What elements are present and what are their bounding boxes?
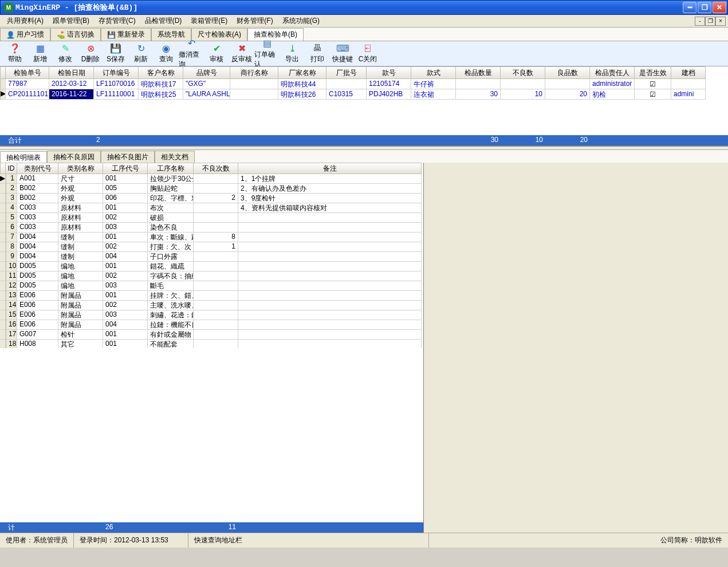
cell[interactable]: 002 [103,271,148,281]
cell[interactable]: LF11110001 [94,89,139,100]
cell[interactable]: 001 [103,262,148,271]
cell[interactable]: 2012-03-12 [49,79,94,89]
cell[interactable]: 字碼不良：抽織 [148,271,194,281]
cell[interactable]: ☑ [635,89,671,100]
cell[interactable]: A001 [17,174,58,184]
cell[interactable] [0,184,6,194]
cell[interactable]: D005 [17,281,58,291]
cell[interactable]: 003 [103,310,148,320]
cell[interactable] [326,79,367,89]
cell[interactable] [456,79,501,89]
master-grid[interactable]: 检验单号检验日期订单编号客户名称品牌号商行名称厂家名称厂批号款号款式检品数量不良… [0,66,728,147]
table-row[interactable]: ▶CP201111012016-11-22LF11110001明歆科技25"LA… [0,89,728,100]
column-header[interactable]: 检验单号 [6,66,49,79]
cell[interactable]: C003 [17,203,58,213]
cell[interactable]: 斷毛 [148,281,194,291]
cell[interactable]: 30 [456,89,501,100]
column-header[interactable]: 工序代号 [103,163,148,174]
table-row[interactable]: 11D005编地002字碼不良：抽織 [0,271,423,281]
cell[interactable] [238,281,422,291]
cell[interactable]: 刺繡、花邊：錯 [148,310,194,320]
cell[interactable]: 10 [6,262,17,271]
cell[interactable] [0,252,6,262]
cell[interactable]: E006 [17,310,58,320]
cell[interactable] [238,242,422,252]
cell[interactable]: 缝制 [58,242,103,252]
cell[interactable] [230,79,278,89]
cell[interactable]: C10315 [326,89,367,100]
table-row[interactable]: 10D005编地001錯花、織疏 [0,262,423,271]
cell[interactable]: 2016-11-22 [49,89,94,100]
column-header[interactable]: 品牌号 [183,66,230,79]
cell[interactable]: 001 [103,330,148,340]
toolbar-button-撤消查询[interactable]: ↶撤消查询 [179,42,204,66]
table-row[interactable]: 4C003原材料001布次4、资料无提供箱唛内容核对 [0,203,423,213]
menu-item[interactable]: 跟单管理(B) [48,15,94,27]
menu-item[interactable]: 装箱管理(E) [186,15,232,27]
cell[interactable] [238,330,422,340]
table-row[interactable]: 6C003原材料003染色不良 [0,223,423,233]
cell[interactable]: 4、资料无提供箱唛内容核对 [238,203,422,213]
toolbar-button-订单确认[interactable]: ▤订单确认 [254,42,280,66]
cell[interactable]: 缝制 [58,233,103,242]
cell[interactable] [194,281,238,291]
detail-tab[interactable]: 相关文档 [155,151,195,163]
cell[interactable]: H008 [17,340,58,348]
toolbar-button-D删除[interactable]: ⊗D删除 [78,42,103,66]
top-tab[interactable]: 尺寸检验表(A) [191,28,247,41]
cell[interactable]: 13 [6,291,17,301]
table-row[interactable]: 15E006附属品003刺繡、花邊：錯 [0,310,423,320]
cell[interactable]: administrator [590,79,635,89]
cell[interactable]: "LAURA ASHLE [183,89,230,100]
cell[interactable] [194,252,238,262]
table-row[interactable]: 7D004缝制001車次：斷線、跳8 [0,233,423,242]
cell[interactable]: 12 [6,281,17,291]
top-tab[interactable]: 抽查检验单(B) [247,28,304,41]
cell[interactable]: 拉领少于30公分 [148,174,194,184]
table-row[interactable]: 13E006附属品001挂牌：欠、錯、 [0,291,423,301]
menu-item[interactable]: 品检管理(D) [140,15,187,27]
column-header[interactable]: 类别代号 [17,163,58,174]
cell[interactable]: 錯花、織疏 [148,262,194,271]
cell[interactable]: 原材料 [58,223,103,233]
column-header[interactable]: 款式 [411,66,456,79]
menu-item[interactable]: 共用资料(A) [2,15,48,27]
cell[interactable]: E006 [17,291,58,301]
cell[interactable] [0,79,6,89]
cell[interactable] [194,174,238,184]
cell[interactable] [238,233,422,242]
cell[interactable]: 外观 [58,194,103,203]
cell[interactable]: 17 [6,330,17,340]
column-header[interactable]: 商行名称 [230,66,278,79]
cell[interactable] [238,320,422,330]
cell[interactable]: admini [671,89,706,100]
cell[interactable]: 002 [103,213,148,223]
cell[interactable]: 附属品 [58,301,103,310]
cell[interactable] [194,340,238,348]
cell[interactable]: 003 [103,223,148,233]
cell[interactable] [0,281,6,291]
cell[interactable]: 原材料 [58,213,103,223]
menu-item[interactable]: 系统功能(G) [278,15,324,27]
toolbar-button-审核[interactable]: ✔审核 [204,42,229,66]
cell[interactable]: 10 [501,89,545,100]
cell[interactable]: 002 [103,301,148,310]
cell[interactable]: 胸贴起蛇 [148,184,194,194]
table-row[interactable]: 14E006附属品002主嘜、洗水嘜、 [0,301,423,310]
column-header[interactable]: 款号 [367,66,411,79]
column-header[interactable]: 检品数量 [456,66,501,79]
cell[interactable]: ☑ [635,79,671,89]
cell[interactable] [194,262,238,271]
cell[interactable]: 子口外露 [148,252,194,262]
cell[interactable] [671,79,706,89]
top-tab[interactable]: 系统导航 [151,28,191,41]
cell[interactable] [501,79,545,89]
cell[interactable]: D005 [17,271,58,281]
cell[interactable]: 001 [103,291,148,301]
cell[interactable] [194,223,238,233]
cell[interactable]: 001 [103,340,148,348]
minimize-button[interactable]: ━ [683,2,696,13]
cell[interactable]: 其它 [58,340,103,348]
column-header[interactable]: 检品责任人 [590,66,635,79]
cell[interactable]: 77987 [6,79,49,89]
